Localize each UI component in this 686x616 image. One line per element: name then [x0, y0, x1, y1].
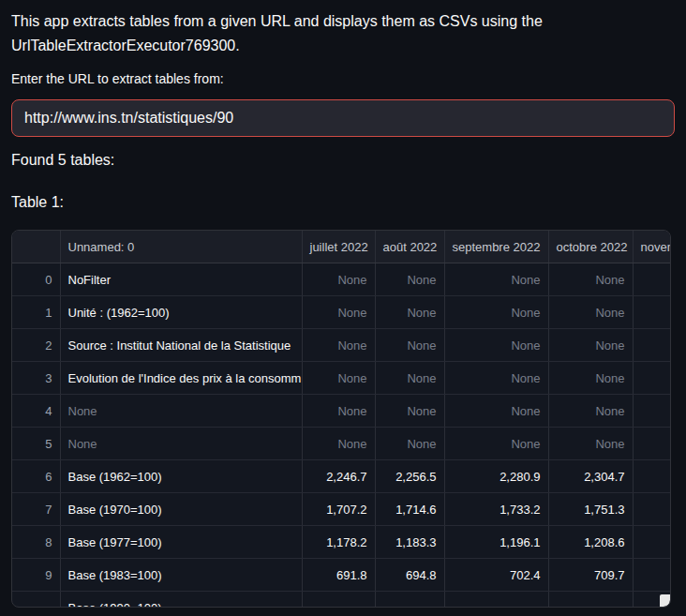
value-cell: None — [302, 296, 375, 329]
value-cell — [633, 362, 671, 395]
value-cell: None — [302, 362, 375, 395]
row-index-cell: 1 — [12, 296, 60, 329]
value-cell — [633, 460, 671, 493]
dataframe-body: 0NoFilterNoneNoneNoneNone1Unité : (1962=… — [12, 263, 671, 608]
value-cell: 1,714.6 — [375, 493, 444, 526]
value-cell: None — [548, 263, 633, 296]
column-header[interactable]: novembre 2022 — [633, 231, 671, 263]
value-cell — [633, 329, 671, 362]
table-row: 2Source : Institut National de la Statis… — [12, 329, 671, 362]
column-header[interactable]: octobre 2022 — [548, 231, 633, 263]
row-index-cell: 6 — [12, 460, 60, 493]
dataframe-header-row: Unnamed: 0juillet 2022août 2022septembre… — [12, 231, 671, 263]
value-cell: None — [548, 362, 633, 395]
data-table: Unnamed: 0juillet 2022août 2022septembre… — [12, 231, 671, 608]
table-row: 4NoneNoneNoneNoneNone — [12, 395, 671, 428]
table-row: 6Base (1962=100)2,246.72,256.52,280.92,3… — [12, 460, 671, 493]
row-index-cell: 4 — [12, 395, 60, 428]
row-index-cell: 3 — [12, 362, 60, 395]
row-index-cell: 5 — [12, 428, 60, 460]
table-row: 0NoFilterNoneNoneNoneNone — [12, 263, 671, 296]
row-name-cell: Base (1970=100) — [60, 493, 302, 526]
value-cell: 2,304.7 — [548, 460, 633, 493]
value-cell: 1,208.6 — [548, 526, 633, 559]
value-cell — [633, 263, 671, 296]
row-index-cell — [12, 592, 60, 608]
value-cell: None — [444, 296, 548, 329]
value-cell: None — [548, 296, 633, 329]
column-header[interactable]: septembre 2022 — [444, 231, 548, 263]
row-index-cell: 2 — [12, 329, 60, 362]
value-cell — [633, 395, 671, 428]
value-cell: None — [302, 329, 375, 362]
row-name-cell: None — [60, 428, 302, 460]
column-header[interactable]: août 2022 — [375, 231, 444, 263]
table-row: 1Unité : (1962=100)NoneNoneNoneNone — [12, 296, 671, 329]
url-input-label: Enter the URL to extract tables from: — [11, 71, 675, 88]
value-cell: None — [444, 329, 548, 362]
url-input[interactable] — [11, 99, 675, 137]
value-cell: None — [548, 428, 633, 460]
value-cell: None — [302, 428, 375, 460]
table-row: 8Base (1977=100)1,178.21,183.31,196.11,2… — [12, 526, 671, 559]
value-cell: 694.8 — [375, 559, 444, 592]
value-cell — [633, 559, 671, 592]
column-header[interactable]: Unnamed: 0 — [60, 231, 302, 263]
row-index-cell: 9 — [12, 559, 60, 592]
value-cell: 709.7 — [548, 559, 633, 592]
row-name-cell: Base (1977=100) — [60, 526, 302, 559]
value-cell: 1,178.2 — [302, 526, 375, 559]
value-cell: None — [444, 362, 548, 395]
value-cell: None — [375, 428, 444, 460]
value-cell: None — [375, 329, 444, 362]
app-description: This app extracts tables from a given UR… — [11, 9, 675, 57]
column-header[interactable]: juillet 2022 — [302, 231, 375, 263]
value-cell: 702.4 — [444, 559, 548, 592]
column-header[interactable] — [12, 231, 60, 263]
value-cell: 691.8 — [302, 559, 375, 592]
value-cell: 2,246.7 — [302, 460, 375, 493]
row-index-cell: 8 — [12, 526, 60, 559]
value-cell: None — [302, 263, 375, 296]
table-row: 7Base (1970=100)1,707.21,714.61,733.21,7… — [12, 493, 671, 526]
row-name-cell: Base (1983=100) — [60, 559, 302, 592]
value-cell: None — [375, 362, 444, 395]
row-name-cell: Evolution de l'Indice des prix à la cons… — [60, 362, 302, 395]
row-name-cell: NoFilter — [60, 263, 302, 296]
table-row: 9Base (1983=100)691.8694.8702.4709.7 — [12, 559, 671, 592]
value-cell: None — [375, 263, 444, 296]
row-index-cell: 0 — [12, 263, 60, 296]
value-cell — [633, 296, 671, 329]
table-row: 5NoneNoneNoneNoneNone — [12, 428, 671, 460]
value-cell: None — [444, 428, 548, 460]
value-cell: 2,256.5 — [375, 460, 444, 493]
row-name-cell: Base (1990=100) — [60, 592, 302, 608]
row-name-cell: Source : Institut National de la Statist… — [60, 329, 302, 362]
found-tables-text: Found 5 tables: — [11, 148, 675, 173]
row-name-cell: None — [60, 395, 302, 428]
value-cell: None — [302, 395, 375, 428]
dataframe[interactable]: Unnamed: 0juillet 2022août 2022septembre… — [11, 230, 671, 608]
value-cell — [302, 592, 375, 608]
value-cell: 1,196.1 — [444, 526, 548, 559]
table-row: Base (1990=100) — [12, 592, 671, 608]
value-cell: None — [444, 395, 548, 428]
value-cell: None — [375, 296, 444, 329]
value-cell — [444, 592, 548, 608]
value-cell: 1,707.2 — [302, 493, 375, 526]
value-cell — [633, 526, 671, 559]
value-cell: None — [444, 263, 548, 296]
value-cell: 1,751.3 — [548, 493, 633, 526]
value-cell: 1,183.3 — [375, 526, 444, 559]
value-cell: None — [548, 395, 633, 428]
resize-grip-icon[interactable] — [660, 594, 670, 607]
value-cell: 2,280.9 — [444, 460, 548, 493]
row-index-cell: 7 — [12, 493, 60, 526]
value-cell — [375, 592, 444, 608]
value-cell — [633, 428, 671, 460]
value-cell — [633, 493, 671, 526]
value-cell: 1,733.2 — [444, 493, 548, 526]
table-row: 3Evolution de l'Indice des prix à la con… — [12, 362, 671, 395]
table-title: Table 1: — [11, 190, 675, 215]
value-cell: None — [548, 329, 633, 362]
